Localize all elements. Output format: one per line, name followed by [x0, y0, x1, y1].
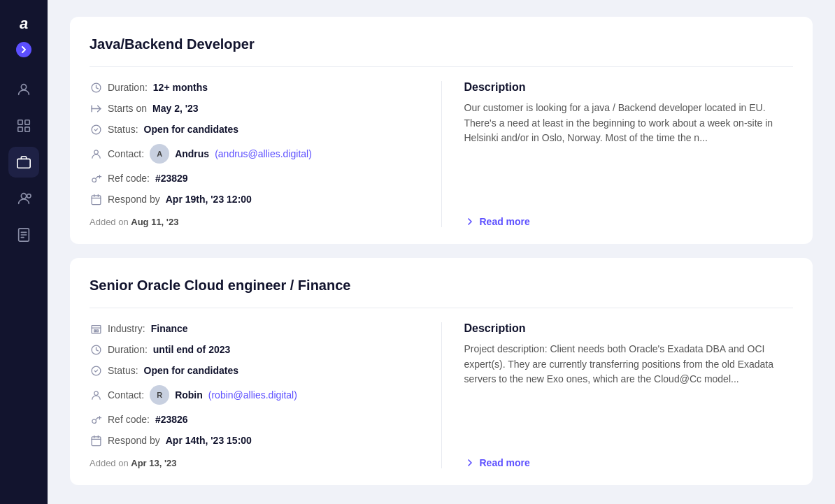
- field-respond-2: Respond by Apr 14th, '23 15:00: [90, 434, 419, 447]
- svg-rect-5: [17, 159, 30, 168]
- field-industry-2: Industry: Finance: [90, 322, 419, 335]
- calendar-icon: [90, 193, 102, 206]
- field-refcode-2: Ref code: #23826: [90, 413, 419, 426]
- field-respond-1: Respond by Apr 19th, '23 12:00: [90, 193, 419, 206]
- svg-rect-1: [18, 120, 22, 124]
- field-status-2: Status: Open for candidates: [90, 364, 419, 377]
- field-added-2: Added on Apr 13, '23: [90, 458, 419, 468]
- field-duration-1: Duration: 12+ months: [90, 81, 419, 94]
- read-more-button-2[interactable]: Read more: [464, 457, 530, 468]
- card-right-2: Description Project description: Client …: [441, 322, 794, 468]
- field-duration-2: Duration: until end of 2023: [90, 343, 419, 356]
- sidebar-item-documents[interactable]: [8, 219, 39, 250]
- sidebar-item-jobs[interactable]: [8, 147, 39, 178]
- sidebar-toggle-button[interactable]: [16, 42, 31, 57]
- calendar-icon-2: [90, 434, 102, 447]
- logo-letter: a: [20, 15, 28, 33]
- svg-rect-35: [92, 436, 101, 445]
- svg-rect-26: [94, 329, 95, 331]
- sidebar-item-dashboard[interactable]: [8, 110, 39, 141]
- desc-text-2: Project description: Client needs both O…: [464, 342, 794, 443]
- field-added-1: Added on Aug 11, '23: [90, 217, 419, 227]
- svg-rect-3: [18, 127, 22, 131]
- person-icon-2: [90, 389, 102, 401]
- card-left-2: Industry: Finance Duration: until end of…: [90, 322, 419, 468]
- clock-icon: [90, 81, 102, 94]
- card-divider-1: [90, 66, 793, 67]
- key-icon: [90, 172, 102, 185]
- read-more-button-1[interactable]: Read more: [464, 216, 530, 227]
- job-card-2: Senior Oracle Cloud engineer / Finance I…: [70, 258, 813, 485]
- sidebar-item-people[interactable]: [8, 74, 39, 105]
- sidebar: a: [0, 0, 48, 504]
- svg-point-7: [27, 194, 31, 199]
- card-right-1: Description Our customer is looking for …: [441, 81, 794, 227]
- contact-avatar-1: A: [150, 144, 169, 164]
- card-divider-2: [90, 308, 793, 308]
- svg-point-0: [21, 85, 26, 89]
- card-body-1: Duration: 12+ months Starts on May 2, '2…: [90, 81, 793, 227]
- svg-rect-25: [92, 325, 101, 333]
- status-icon: [90, 123, 102, 136]
- card-body-2: Industry: Finance Duration: until end of…: [90, 322, 793, 468]
- field-contact-2: Contact: R Robin (robin@allies.digital): [90, 385, 419, 405]
- sidebar-nav: [0, 74, 48, 250]
- desc-text-1: Our customer is looking for a java / Bac…: [464, 101, 794, 202]
- job-card-1: Java/Backend Developer Duration: 12+ mon…: [70, 17, 813, 244]
- building-icon: [90, 322, 102, 335]
- svg-point-30: [94, 391, 98, 395]
- sidebar-item-candidates[interactable]: [8, 183, 39, 214]
- svg-rect-4: [25, 127, 29, 131]
- main-content: Java/Backend Developer Duration: 12+ mon…: [48, 0, 835, 504]
- field-status-1: Status: Open for candidates: [90, 123, 419, 136]
- job-title-1: Java/Backend Developer: [90, 36, 793, 52]
- desc-title-2: Description: [464, 322, 794, 335]
- svg-point-6: [21, 194, 26, 199]
- desc-title-1: Description: [464, 81, 794, 94]
- svg-rect-2: [25, 120, 29, 124]
- status-icon-2: [90, 364, 102, 377]
- field-refcode-1: Ref code: #23829: [90, 172, 419, 185]
- svg-line-34: [96, 417, 97, 419]
- key-icon-2: [90, 413, 102, 426]
- card-left-1: Duration: 12+ months Starts on May 2, '2…: [90, 81, 419, 227]
- svg-point-31: [92, 419, 96, 423]
- person-icon: [90, 147, 102, 160]
- app-logo: a: [11, 11, 36, 36]
- svg-point-16: [94, 150, 98, 154]
- svg-line-20: [96, 176, 97, 178]
- svg-point-17: [92, 178, 96, 182]
- svg-rect-21: [92, 195, 101, 204]
- svg-rect-27: [97, 329, 98, 331]
- arrow-right-icon: [90, 102, 102, 115]
- job-title-2: Senior Oracle Cloud engineer / Finance: [90, 278, 793, 294]
- clock-icon-2: [90, 343, 102, 356]
- contact-avatar-2: R: [150, 385, 169, 405]
- field-contact-1: Contact: A Andrus (andrus@allies.digital…: [90, 144, 419, 164]
- field-starts-1: Starts on May 2, '23: [90, 102, 419, 115]
